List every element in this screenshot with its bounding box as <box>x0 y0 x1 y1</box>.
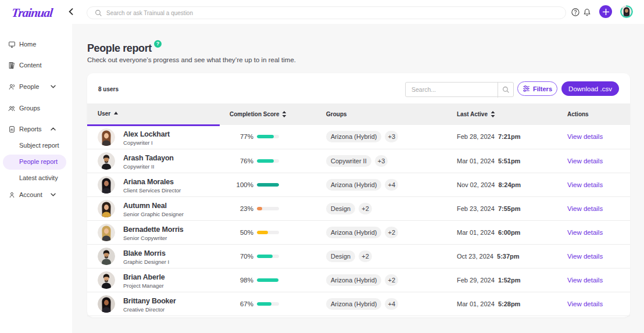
svg-text:Trainual: Trainual <box>13 6 53 20</box>
